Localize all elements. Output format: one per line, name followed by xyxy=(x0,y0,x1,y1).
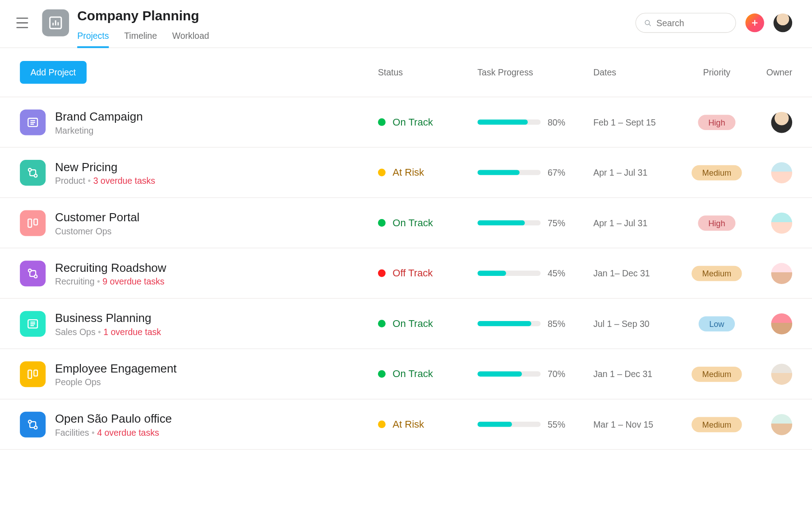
project-row[interactable]: Employee Engagement People Ops On Track … xyxy=(0,349,812,400)
status-label: Off Track xyxy=(392,267,433,279)
dates-cell[interactable]: Mar 1 – Nov 15 xyxy=(593,419,678,429)
dates-cell[interactable]: Feb 1 – Sept 15 xyxy=(593,117,678,127)
search-input[interactable] xyxy=(636,13,736,33)
project-subtitle: Recruiting • 9 overdue tasks xyxy=(55,276,378,286)
priority-cell[interactable]: Medium xyxy=(679,366,755,382)
project-row[interactable]: New Pricing Product • 3 overdue tasks At… xyxy=(0,148,812,198)
user-avatar[interactable] xyxy=(774,14,793,33)
progress-cell: 45% xyxy=(477,268,593,278)
project-name[interactable]: New Pricing xyxy=(55,159,378,175)
tab-timeline[interactable]: Timeline xyxy=(124,30,157,48)
owner-cell[interactable] xyxy=(755,162,792,183)
subheader: Add Project Status Task Progress Dates P… xyxy=(0,48,812,97)
progress-percent: 80% xyxy=(548,117,565,127)
project-row[interactable]: Recruiting Roadshow Recruiting • 9 overd… xyxy=(0,248,812,299)
project-team: Customer Ops xyxy=(55,226,111,236)
tab-projects[interactable]: Projects xyxy=(77,30,109,48)
priority-cell[interactable]: Low xyxy=(679,316,755,331)
status-label: At Risk xyxy=(392,167,424,178)
owner-cell[interactable] xyxy=(755,112,792,133)
owner-cell[interactable] xyxy=(755,414,792,435)
progress-cell: 85% xyxy=(477,319,593,329)
dates-cell[interactable]: Apr 1 – Jul 31 xyxy=(593,168,678,177)
owner-avatar xyxy=(771,414,792,435)
status-label: On Track xyxy=(392,217,433,229)
add-project-button[interactable]: Add Project xyxy=(20,61,86,84)
project-row[interactable]: Business Planning Sales Ops • 1 overdue … xyxy=(0,298,812,349)
status-dot-icon xyxy=(378,370,386,378)
overdue-badge: 9 overdue tasks xyxy=(102,276,164,286)
column-header-priority[interactable]: Priority xyxy=(679,67,755,77)
owner-avatar xyxy=(771,313,792,334)
project-team: People Ops xyxy=(55,377,101,387)
menu-icon[interactable] xyxy=(16,18,28,28)
owner-avatar xyxy=(771,364,792,385)
project-row[interactable]: Open São Paulo office Facilities • 4 ove… xyxy=(0,400,812,450)
priority-pill: High xyxy=(698,115,736,130)
status-cell[interactable]: On Track xyxy=(378,217,477,229)
progress-cell: 55% xyxy=(477,419,593,429)
plus-icon xyxy=(751,19,759,27)
project-subtitle: Marketing xyxy=(55,126,378,135)
project-name[interactable]: Business Planning xyxy=(55,310,378,326)
global-add-button[interactable] xyxy=(745,14,764,33)
dates-cell[interactable]: Apr 1 – Jul 31 xyxy=(593,218,678,228)
progress-bar xyxy=(477,270,540,276)
column-header-owner[interactable]: Owner xyxy=(755,67,792,77)
tab-workload[interactable]: Workload xyxy=(172,30,209,48)
project-name[interactable]: Recruiting Roadshow xyxy=(55,260,378,275)
owner-cell[interactable] xyxy=(755,364,792,385)
project-row[interactable]: Customer Portal Customer Ops On Track 75… xyxy=(0,198,812,248)
status-dot-icon xyxy=(378,118,386,126)
progress-bar xyxy=(477,220,540,226)
owner-avatar xyxy=(771,212,792,233)
project-subtitle: Product • 3 overdue tasks xyxy=(55,176,378,186)
project-icon xyxy=(20,361,46,387)
project-icon xyxy=(20,261,46,286)
progress-cell: 75% xyxy=(477,218,593,228)
progress-bar xyxy=(477,120,540,125)
priority-cell[interactable]: Medium xyxy=(679,417,755,432)
project-list: Brand Campaign Marketing On Track 80% Fe… xyxy=(0,97,812,450)
project-subtitle: Customer Ops xyxy=(55,226,378,236)
portfolio-icon[interactable] xyxy=(42,9,69,37)
priority-pill: Medium xyxy=(692,366,742,382)
tabs: Projects Timeline Workload xyxy=(77,30,635,48)
priority-cell[interactable]: High xyxy=(679,215,755,231)
project-icon xyxy=(20,159,46,185)
project-name[interactable]: Open São Paulo office xyxy=(55,411,378,426)
priority-cell[interactable]: Medium xyxy=(679,165,755,180)
owner-cell[interactable] xyxy=(755,212,792,233)
priority-cell[interactable]: Medium xyxy=(679,266,755,281)
owner-cell[interactable] xyxy=(755,263,792,284)
svg-line-5 xyxy=(649,24,651,26)
project-icon xyxy=(20,210,46,236)
column-header-progress[interactable]: Task Progress xyxy=(477,67,593,77)
progress-bar xyxy=(477,371,540,377)
project-name[interactable]: Brand Campaign xyxy=(55,109,378,124)
column-header-status[interactable]: Status xyxy=(378,67,477,77)
status-cell[interactable]: On Track xyxy=(378,318,477,330)
status-cell[interactable]: At Risk xyxy=(378,419,477,430)
dates-cell[interactable]: Jan 1– Dec 31 xyxy=(593,268,678,278)
project-subtitle: Facilities • 4 overdue tasks xyxy=(55,428,378,438)
search-field[interactable] xyxy=(656,18,727,28)
owner-cell[interactable] xyxy=(755,313,792,334)
owner-avatar xyxy=(771,162,792,183)
progress-percent: 45% xyxy=(548,268,565,278)
progress-bar xyxy=(477,422,540,427)
dates-cell[interactable]: Jan 1 – Dec 31 xyxy=(593,369,678,379)
progress-cell: 80% xyxy=(477,117,593,127)
status-cell[interactable]: At Risk xyxy=(378,167,477,178)
project-name[interactable]: Customer Portal xyxy=(55,210,378,225)
status-cell[interactable]: Off Track xyxy=(378,267,477,279)
column-header-dates[interactable]: Dates xyxy=(593,67,678,77)
project-team: Product xyxy=(55,176,85,186)
project-name[interactable]: Employee Engagement xyxy=(55,361,378,376)
status-cell[interactable]: On Track xyxy=(378,368,477,380)
project-row[interactable]: Brand Campaign Marketing On Track 80% Fe… xyxy=(0,97,812,148)
status-label: On Track xyxy=(392,368,433,380)
dates-cell[interactable]: Jul 1 – Sep 30 xyxy=(593,319,678,329)
status-cell[interactable]: On Track xyxy=(378,116,477,128)
priority-cell[interactable]: High xyxy=(679,115,755,130)
